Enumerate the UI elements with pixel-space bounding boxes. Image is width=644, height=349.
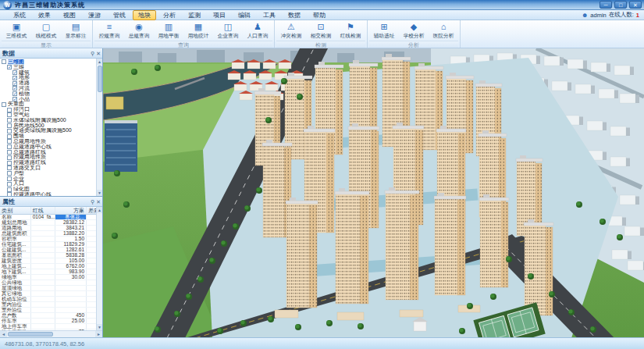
maximize-button[interactable]: □ — [614, 1, 627, 9]
checkbox[interactable]: ✓ — [12, 97, 17, 101]
checkbox[interactable] — [7, 129, 12, 134]
table-row[interactable]: 停车率25.00 — [0, 319, 96, 324]
close-button[interactable]: ✕ — [629, 1, 642, 9]
menu-item-tools[interactable]: 工具 — [258, 10, 281, 20]
tree-item[interactable]: 道路交叉口 — [0, 166, 95, 171]
ribbon-button[interactable]: ◫企业查询 — [213, 21, 243, 41]
checkbox[interactable] — [7, 166, 12, 170]
table-row[interactable]: 其它绿地 — [0, 291, 96, 297]
menu-item-edit[interactable]: 编辑 — [233, 10, 256, 20]
table-row[interactable]: 机动车泊位 — [0, 297, 96, 302]
checkbox[interactable] — [7, 182, 12, 187]
checkbox[interactable]: ✓ — [12, 86, 17, 91]
tree-item[interactable]: 居民地线500 — [0, 123, 95, 129]
checkbox[interactable] — [7, 187, 12, 192]
tree-item[interactable]: ✓河流 — [0, 86, 95, 91]
checkbox[interactable]: ✓ — [12, 70, 17, 75]
scroll-thumb[interactable] — [98, 66, 102, 92]
checkbox[interactable]: ✓ — [12, 91, 17, 96]
table-row[interactable]: 住宅建筑...11829.29 — [0, 242, 96, 248]
scroll-down-icon[interactable]: ▼ — [97, 190, 103, 196]
table-row[interactable]: 基底面积5838.28 — [0, 253, 96, 258]
table-row[interactable]: 室外泊位 — [0, 308, 96, 313]
checkbox[interactable]: ✓ — [12, 76, 17, 80]
menu-item-help[interactable]: 帮助 — [308, 10, 331, 20]
menu-item-effect[interactable]: 效果 — [33, 10, 56, 20]
tree-item[interactable]: ✓小品 — [0, 97, 95, 102]
ribbon-button[interactable]: ▣三维模式 — [2, 21, 31, 41]
checkbox[interactable] — [7, 155, 12, 160]
checkbox[interactable] — [7, 134, 12, 139]
viewport-3d[interactable] — [103, 48, 644, 337]
checkbox[interactable]: ✓ — [12, 81, 17, 86]
tree-item[interactable]: 交通类绿线附属设施500 — [0, 128, 95, 134]
table-row[interactable]: 总户数450 — [0, 313, 96, 319]
tree-item[interactable]: 总规道路红线 — [0, 150, 95, 155]
checkbox[interactable] — [7, 176, 12, 181]
ribbon-button[interactable]: ▤显示标注 — [61, 21, 91, 41]
column-header[interactable]: 红线 — [31, 207, 56, 214]
ribbon-button[interactable]: ⌂医院分析 — [429, 21, 458, 41]
tree-item[interactable]: 企业 — [0, 176, 95, 182]
table-row[interactable]: 名称0104_fa...奥体花... — [0, 215, 96, 220]
checkbox[interactable] — [7, 171, 12, 176]
ribbon-button[interactable]: ◆学校分析 — [399, 21, 429, 41]
checkbox[interactable] — [7, 150, 12, 155]
menu-item-data[interactable]: 数据 — [283, 10, 306, 20]
pin-icon[interactable]: ⚲ — [91, 48, 94, 59]
checkbox[interactable] — [7, 139, 12, 144]
ribbon-button[interactable]: ♟人口查询 — [243, 21, 272, 41]
column-header[interactable]: 方案 — [55, 207, 87, 214]
table-row[interactable]: 规划总用地28382.12 — [0, 220, 96, 226]
ribbon-button[interactable]: ⚠冲突检测 — [276, 21, 306, 41]
checkbox[interactable] — [7, 112, 12, 117]
tree-item[interactable]: ✓建筑 — [0, 70, 95, 76]
table-row[interactable]: 地上建筑...6762.00 — [0, 264, 96, 269]
menu-item-roam[interactable]: 漫游 — [83, 10, 106, 20]
scroll-thumb[interactable] — [8, 332, 53, 337]
ribbon-button[interactable]: ◉总规查询 — [124, 21, 154, 41]
checkbox[interactable] — [7, 192, 12, 196]
tree-item[interactable]: 矢量图 — [0, 101, 95, 107]
tree-item[interactable]: ✓地形 — [0, 75, 95, 80]
scroll-down-icon[interactable]: ▼ — [97, 324, 103, 330]
checkbox[interactable]: ✓ — [7, 65, 12, 69]
menu-item-parcel[interactable]: 地块 — [133, 10, 156, 20]
tree-item[interactable]: ✓植物 — [0, 91, 95, 97]
table-row[interactable]: 地下建筑...983.90 — [0, 269, 96, 275]
checkbox[interactable] — [7, 161, 12, 166]
ribbon-button[interactable]: ⚑红线检测 — [336, 21, 365, 41]
tree-item[interactable]: 空气站 — [0, 112, 95, 118]
tree-item[interactable]: 绿化图 — [0, 187, 95, 192]
minimize-button[interactable]: ─ — [600, 1, 612, 9]
checkbox[interactable] — [7, 123, 12, 128]
table-row[interactable]: 绿地率30.00 — [0, 275, 96, 280]
table-row[interactable]: 公建建筑...1282.61 — [0, 248, 96, 253]
menu-item-analysis[interactable]: 分析 — [158, 10, 181, 20]
menu-item-monitor[interactable]: 监测 — [183, 10, 206, 20]
tree-item[interactable]: 总规用地性质 — [0, 139, 95, 144]
tree-item[interactable]: 排污口 — [0, 107, 95, 112]
tree-item[interactable]: 水体绿线附属设施500 — [0, 118, 95, 123]
ribbon-button[interactable]: ▥用地平衡 — [154, 21, 183, 41]
column-header[interactable]: 类别 — [0, 207, 31, 214]
table-scrollbar[interactable]: ▲ ▼ — [96, 207, 102, 330]
ribbon-button[interactable]: ⊡相交检测 — [306, 21, 336, 41]
close-panel-icon[interactable]: ✕ — [96, 48, 101, 59]
table-row[interactable]: 建筑密度105.00 — [0, 258, 96, 264]
column-header[interactable]: 差异 — [87, 207, 96, 214]
table-row[interactable]: 道路用地3843.21 — [0, 226, 96, 231]
table-row[interactable]: 屋顶绿地 — [0, 286, 96, 291]
tree-item[interactable]: 人口 — [0, 181, 95, 187]
checkbox[interactable] — [2, 102, 6, 107]
table-row[interactable]: 室内泊位 — [0, 302, 96, 308]
table-h-scrollbar[interactable]: ◄ ► — [0, 330, 102, 337]
menu-item-view[interactable]: 视图 — [58, 10, 81, 20]
menu-item-system[interactable]: 系统 — [8, 10, 31, 20]
ribbon-button[interactable]: ≡控规查询 — [94, 21, 124, 41]
table-row[interactable]: 公共绿地 — [0, 280, 96, 286]
checkbox[interactable] — [7, 108, 12, 112]
tree-item[interactable]: ✓道路 — [0, 80, 95, 86]
tree-scrollbar[interactable]: ▲ ▼ — [96, 59, 102, 196]
scroll-up-icon[interactable]: ▲ — [97, 207, 103, 213]
